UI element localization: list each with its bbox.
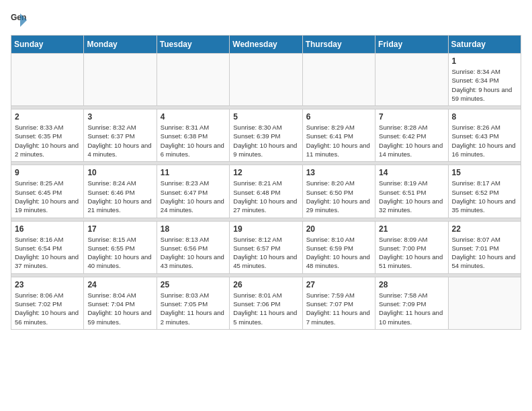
day-cell xyxy=(448,277,521,329)
day-cell: 10Sunrise: 8:24 AM Sunset: 6:46 PM Dayli… xyxy=(84,165,157,218)
day-info: Sunrise: 8:28 AM Sunset: 6:42 PM Dayligh… xyxy=(379,123,444,158)
week-row-1: 2Sunrise: 8:33 AM Sunset: 6:35 PM Daylig… xyxy=(11,109,521,162)
day-cell: 14Sunrise: 8:19 AM Sunset: 6:51 PM Dayli… xyxy=(375,165,448,218)
day-cell xyxy=(302,54,375,106)
day-info: Sunrise: 8:09 AM Sunset: 7:00 PM Dayligh… xyxy=(379,235,444,271)
day-info: Sunrise: 8:26 AM Sunset: 6:43 PM Dayligh… xyxy=(452,123,517,158)
day-info: Sunrise: 8:03 AM Sunset: 7:05 PM Dayligh… xyxy=(161,291,226,326)
day-number: 17 xyxy=(87,224,152,234)
day-number: 21 xyxy=(379,224,444,234)
day-cell: 21Sunrise: 8:09 AM Sunset: 7:00 PM Dayli… xyxy=(375,221,448,273)
day-cell: 5Sunrise: 8:30 AM Sunset: 6:39 PM Daylig… xyxy=(230,109,302,162)
day-cell: 1Sunrise: 8:34 AM Sunset: 6:34 PM Daylig… xyxy=(448,54,521,106)
day-cell: 8Sunrise: 8:26 AM Sunset: 6:43 PM Daylig… xyxy=(448,109,521,162)
header-thursday: Thursday xyxy=(302,36,375,54)
day-cell: 26Sunrise: 8:01 AM Sunset: 7:06 PM Dayli… xyxy=(230,277,302,329)
week-row-3: 16Sunrise: 8:16 AM Sunset: 6:54 PM Dayli… xyxy=(11,221,521,273)
day-number: 28 xyxy=(379,280,444,289)
day-info: Sunrise: 8:10 AM Sunset: 6:59 PM Dayligh… xyxy=(306,235,371,271)
day-number: 25 xyxy=(161,280,226,289)
day-number: 10 xyxy=(87,168,152,177)
day-cell: 20Sunrise: 8:10 AM Sunset: 6:59 PM Dayli… xyxy=(302,221,375,273)
header-sunday: Sunday xyxy=(11,36,84,54)
day-info: Sunrise: 8:12 AM Sunset: 6:57 PM Dayligh… xyxy=(233,235,298,271)
day-cell: 2Sunrise: 8:33 AM Sunset: 6:35 PM Daylig… xyxy=(11,109,84,162)
day-info: Sunrise: 8:34 AM Sunset: 6:34 PM Dayligh… xyxy=(452,67,517,103)
day-info: Sunrise: 8:21 AM Sunset: 6:48 PM Dayligh… xyxy=(233,179,298,214)
day-cell xyxy=(230,54,302,106)
day-info: Sunrise: 8:17 AM Sunset: 6:52 PM Dayligh… xyxy=(452,179,517,214)
day-info: Sunrise: 8:07 AM Sunset: 7:01 PM Dayligh… xyxy=(452,235,517,271)
header-tuesday: Tuesday xyxy=(157,36,229,54)
day-cell xyxy=(375,54,448,106)
day-number: 19 xyxy=(233,224,298,234)
day-number: 22 xyxy=(452,224,517,234)
day-number: 2 xyxy=(15,112,80,122)
day-cell: 9Sunrise: 8:25 AM Sunset: 6:45 PM Daylig… xyxy=(11,165,84,218)
day-number: 6 xyxy=(306,112,371,122)
day-cell: 13Sunrise: 8:20 AM Sunset: 6:50 PM Dayli… xyxy=(302,165,375,218)
day-info: Sunrise: 8:20 AM Sunset: 6:50 PM Dayligh… xyxy=(306,179,371,214)
day-cell: 11Sunrise: 8:23 AM Sunset: 6:47 PM Dayli… xyxy=(157,165,229,218)
day-number: 27 xyxy=(306,280,371,289)
day-number: 8 xyxy=(452,112,517,122)
day-info: Sunrise: 8:01 AM Sunset: 7:06 PM Dayligh… xyxy=(233,291,298,326)
day-number: 20 xyxy=(306,224,371,234)
day-info: Sunrise: 8:31 AM Sunset: 6:38 PM Dayligh… xyxy=(161,123,226,158)
day-info: Sunrise: 8:15 AM Sunset: 6:55 PM Dayligh… xyxy=(87,235,152,271)
day-cell: 25Sunrise: 8:03 AM Sunset: 7:05 PM Dayli… xyxy=(157,277,229,329)
day-cell xyxy=(84,54,157,106)
day-info: Sunrise: 8:29 AM Sunset: 6:41 PM Dayligh… xyxy=(306,123,371,158)
day-cell: 27Sunrise: 7:59 AM Sunset: 7:07 PM Dayli… xyxy=(302,277,375,329)
day-cell: 19Sunrise: 8:12 AM Sunset: 6:57 PM Dayli… xyxy=(230,221,302,273)
day-info: Sunrise: 7:58 AM Sunset: 7:09 PM Dayligh… xyxy=(379,291,444,326)
week-row-2: 9Sunrise: 8:25 AM Sunset: 6:45 PM Daylig… xyxy=(11,165,521,218)
calendar-header-row: SundayMondayTuesdayWednesdayThursdayFrid… xyxy=(11,36,521,54)
day-number: 16 xyxy=(15,224,80,234)
week-row-0: 1Sunrise: 8:34 AM Sunset: 6:34 PM Daylig… xyxy=(11,54,521,106)
day-number: 4 xyxy=(161,112,226,122)
day-cell: 16Sunrise: 8:16 AM Sunset: 6:54 PM Dayli… xyxy=(11,221,84,273)
logo: Gen xyxy=(11,11,32,30)
day-info: Sunrise: 8:13 AM Sunset: 6:56 PM Dayligh… xyxy=(161,235,226,271)
day-info: Sunrise: 8:25 AM Sunset: 6:45 PM Dayligh… xyxy=(15,179,80,214)
day-cell xyxy=(157,54,229,106)
header-wednesday: Wednesday xyxy=(230,36,302,54)
day-info: Sunrise: 8:23 AM Sunset: 6:47 PM Dayligh… xyxy=(161,179,226,214)
logo-icon: Gen xyxy=(11,11,30,30)
day-cell: 17Sunrise: 8:15 AM Sunset: 6:55 PM Dayli… xyxy=(84,221,157,273)
header-saturday: Saturday xyxy=(448,36,521,54)
calendar: SundayMondayTuesdayWednesdayThursdayFrid… xyxy=(11,35,521,330)
day-info: Sunrise: 8:33 AM Sunset: 6:35 PM Dayligh… xyxy=(15,123,80,158)
day-number: 12 xyxy=(233,168,298,177)
day-number: 18 xyxy=(161,224,226,234)
day-cell: 22Sunrise: 8:07 AM Sunset: 7:01 PM Dayli… xyxy=(448,221,521,273)
day-number: 1 xyxy=(452,56,517,66)
day-cell: 23Sunrise: 8:06 AM Sunset: 7:02 PM Dayli… xyxy=(11,277,84,329)
day-number: 13 xyxy=(306,168,371,177)
day-number: 3 xyxy=(87,112,152,122)
day-number: 5 xyxy=(233,112,298,122)
day-info: Sunrise: 8:06 AM Sunset: 7:02 PM Dayligh… xyxy=(15,291,80,326)
day-number: 23 xyxy=(15,280,80,289)
day-info: Sunrise: 8:16 AM Sunset: 6:54 PM Dayligh… xyxy=(15,235,80,271)
header-monday: Monday xyxy=(84,36,157,54)
day-cell: 7Sunrise: 8:28 AM Sunset: 6:42 PM Daylig… xyxy=(375,109,448,162)
day-number: 7 xyxy=(379,112,444,122)
day-cell xyxy=(11,54,84,106)
day-cell: 15Sunrise: 8:17 AM Sunset: 6:52 PM Dayli… xyxy=(448,165,521,218)
day-number: 24 xyxy=(87,280,152,289)
day-cell: 3Sunrise: 8:32 AM Sunset: 6:37 PM Daylig… xyxy=(84,109,157,162)
day-number: 26 xyxy=(233,280,298,289)
header-friday: Friday xyxy=(375,36,448,54)
day-cell: 12Sunrise: 8:21 AM Sunset: 6:48 PM Dayli… xyxy=(230,165,302,218)
day-cell: 6Sunrise: 8:29 AM Sunset: 6:41 PM Daylig… xyxy=(302,109,375,162)
day-number: 9 xyxy=(15,168,80,177)
day-info: Sunrise: 8:30 AM Sunset: 6:39 PM Dayligh… xyxy=(233,123,298,158)
day-info: Sunrise: 8:19 AM Sunset: 6:51 PM Dayligh… xyxy=(379,179,444,214)
day-number: 11 xyxy=(161,168,226,177)
day-number: 15 xyxy=(452,168,517,177)
day-info: Sunrise: 7:59 AM Sunset: 7:07 PM Dayligh… xyxy=(306,291,371,326)
day-cell: 4Sunrise: 8:31 AM Sunset: 6:38 PM Daylig… xyxy=(157,109,229,162)
day-number: 14 xyxy=(379,168,444,177)
